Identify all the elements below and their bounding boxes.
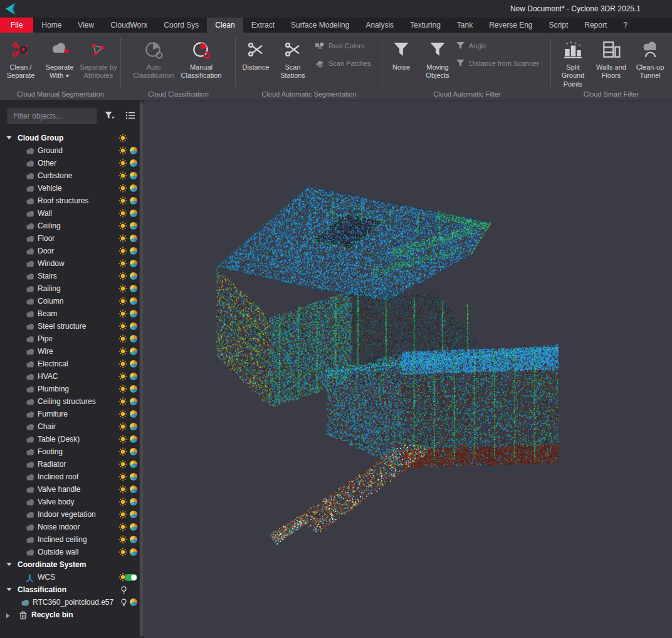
tab-clean[interactable]: Clean (207, 18, 243, 33)
visibility-sun-icon[interactable] (118, 485, 127, 494)
tree-item-wall[interactable]: Wall (0, 207, 139, 220)
tree-item-table-desk[interactable]: Table (Desk) (0, 433, 139, 445)
tab-coord-sys[interactable]: Coord Sys (155, 18, 207, 33)
tree-item-chair[interactable]: Chair (0, 420, 139, 433)
tree-item-beam[interactable]: Beam (0, 307, 139, 320)
visibility-sun-icon[interactable] (118, 247, 127, 255)
classification-pie-icon[interactable] (130, 310, 137, 317)
tab-cloudworx[interactable]: CloudWorx (102, 18, 155, 33)
visibility-sun-icon[interactable] (118, 322, 127, 331)
classification-pie-icon[interactable] (130, 598, 137, 606)
ribbon-button-noise[interactable]: Noise (387, 35, 416, 80)
tree-item-furniture[interactable]: Furniture (0, 408, 139, 420)
visibility-sun-icon[interactable] (118, 548, 127, 556)
classification-pie-icon[interactable] (130, 247, 137, 255)
ribbon-button-separate-with[interactable]: Separate With (40, 35, 79, 80)
tree-item-inclined-ceiling[interactable]: Inclined ceiling (0, 533, 139, 546)
visibility-sun-icon[interactable] (118, 171, 127, 180)
tree-item-ground[interactable]: Ground (0, 144, 139, 157)
tab-extract[interactable]: Extract (243, 18, 283, 33)
tree-item-floor[interactable]: Floor (0, 232, 139, 245)
visibility-sun-icon[interactable] (118, 134, 127, 142)
tree-item-radiator[interactable]: Radiator (0, 458, 139, 471)
tree-item-steel-structure[interactable]: Steel structure (0, 320, 139, 332)
tab-surface-modeling[interactable]: Surface Modeling (283, 18, 357, 33)
visibility-sun-icon[interactable] (118, 410, 127, 418)
tab-file[interactable]: File (0, 18, 33, 33)
classification-pie-icon[interactable] (130, 498, 137, 506)
classification-pie-icon[interactable] (130, 385, 137, 393)
tab-help[interactable]: ? (615, 18, 636, 33)
tree-item-outside-wall[interactable]: Outside wall (0, 546, 139, 558)
tab-tank[interactable]: Tank (449, 18, 481, 33)
tree-item-rtc360-pointcloud-e57[interactable]: RTC360_pointcloud.e57 (0, 596, 139, 609)
visibility-toggle[interactable] (125, 573, 137, 580)
lightbulb-icon[interactable] (120, 598, 127, 607)
visibility-sun-icon[interactable] (118, 309, 127, 318)
classification-pie-icon[interactable] (130, 398, 137, 405)
visibility-sun-icon[interactable] (118, 510, 127, 519)
ribbon-button-clean-up-tunnel[interactable]: Clean-up Tunnel (631, 35, 669, 88)
classification-pie-icon[interactable] (130, 523, 137, 531)
tab-report[interactable]: Report (576, 18, 615, 33)
classification-pie-icon[interactable] (130, 435, 137, 443)
visibility-sun-icon[interactable] (118, 347, 127, 356)
visibility-sun-icon[interactable] (118, 334, 127, 343)
classification-pie-icon[interactable] (130, 473, 137, 481)
tree-item-railing[interactable]: Railing (0, 282, 139, 295)
classification-pie-icon[interactable] (130, 285, 137, 292)
tree-group-cloud-group[interactable]: Cloud Group (0, 132, 139, 144)
visibility-sun-icon[interactable] (118, 284, 127, 293)
tab-texturing[interactable]: Texturing (402, 18, 449, 33)
classification-pie-icon[interactable] (130, 260, 137, 267)
visibility-sun-icon[interactable] (118, 272, 127, 280)
visibility-sun-icon[interactable] (118, 523, 127, 531)
visibility-sun-icon[interactable] (118, 385, 127, 393)
classification-pie-icon[interactable] (130, 486, 137, 493)
visibility-sun-icon[interactable] (118, 297, 127, 306)
tree-item-noise-indoor[interactable]: Noise indoor (0, 521, 139, 533)
pointcloud-canvas[interactable] (144, 100, 672, 638)
classification-pie-icon[interactable] (130, 184, 137, 192)
tree-group-recycle-bin[interactable]: Recycle bin (0, 609, 139, 621)
tree-item-window[interactable]: Window (0, 257, 139, 270)
visibility-sun-icon[interactable] (118, 535, 127, 544)
visibility-sun-icon[interactable] (118, 422, 127, 431)
panel-scrollbar-thumb[interactable] (140, 102, 144, 636)
visibility-sun-icon[interactable] (118, 196, 127, 205)
ribbon-button-scan-patches[interactable]: Scan Patches (315, 58, 371, 68)
classification-pie-icon[interactable] (130, 159, 137, 167)
tree-group-coordinate-system[interactable]: Coordinate System (0, 558, 139, 571)
tree-item-roof-structures[interactable]: Roof structures (0, 194, 139, 207)
tree-item-indoor-vegetation[interactable]: Indoor vegetation (0, 508, 139, 521)
tab-home[interactable]: Home (33, 18, 70, 33)
tree-item-wcs[interactable]: WCS (0, 571, 139, 583)
tree-item-electrical[interactable]: Electrical (0, 358, 139, 370)
tree-item-column[interactable]: Column (0, 295, 139, 307)
classification-pie-icon[interactable] (130, 348, 137, 355)
tree-item-stairs[interactable]: Stairs (0, 270, 139, 282)
ribbon-button-distance-from-scanner[interactable]: Distance from Scanner (456, 58, 539, 68)
classification-pie-icon[interactable] (130, 448, 137, 455)
visibility-sun-icon[interactable] (118, 159, 127, 167)
tree-group-classification[interactable]: Classification (0, 583, 139, 596)
visibility-sun-icon[interactable] (118, 359, 127, 368)
classification-pie-icon[interactable] (130, 147, 137, 154)
visibility-sun-icon[interactable] (118, 221, 127, 230)
visibility-sun-icon[interactable] (118, 234, 127, 243)
classification-pie-icon[interactable] (130, 210, 137, 217)
tree-item-footing[interactable]: Footing (0, 445, 139, 458)
list-menu-icon[interactable] (125, 111, 135, 122)
classification-pie-icon[interactable] (130, 235, 137, 242)
visibility-sun-icon[interactable] (118, 259, 127, 268)
chevron-down-icon[interactable] (6, 588, 13, 592)
visibility-sun-icon[interactable] (118, 209, 127, 218)
classification-pie-icon[interactable] (130, 272, 137, 280)
ribbon-button-moving-objects[interactable]: Moving Objects (418, 35, 457, 80)
visibility-sun-icon[interactable] (118, 435, 127, 444)
viewport-3d[interactable] (144, 100, 672, 638)
classification-pie-icon[interactable] (130, 197, 137, 205)
tree-item-plumbing[interactable]: Plumbing (0, 383, 139, 395)
classification-pie-icon[interactable] (130, 222, 137, 230)
classification-pie-icon[interactable] (130, 322, 137, 330)
